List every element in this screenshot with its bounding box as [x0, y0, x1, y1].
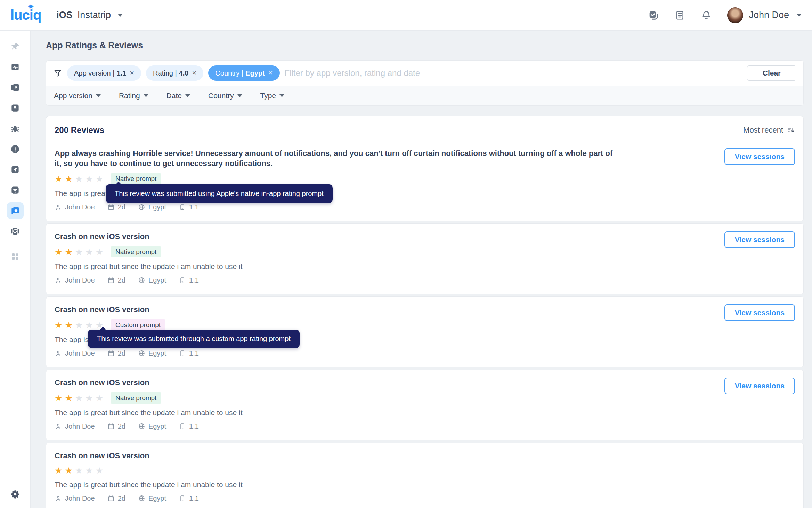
chip-remove-icon[interactable]: ×: [130, 69, 134, 77]
user-name: John Doe: [749, 10, 789, 21]
meta-country: Egypt: [138, 494, 166, 502]
sidebar-item-app-ratings[interactable]: [7, 202, 24, 219]
device-icon: [179, 423, 186, 430]
chevron-down-icon: [118, 14, 123, 17]
meta-app-version: 1.1: [179, 203, 199, 211]
sidebar-item-surveys[interactable]: [7, 161, 24, 178]
sidebar-item-bug-reports[interactable]: [7, 120, 24, 137]
brand-logo[interactable]: luciq✷: [10, 7, 41, 23]
star-filled-icon: ★: [55, 466, 62, 475]
dropdown-rating[interactable]: Rating: [119, 92, 148, 100]
meta-app-version: 1.1: [179, 422, 199, 430]
sort-label: Most recent: [743, 126, 783, 135]
meta-date: 2d: [107, 494, 125, 502]
sidebar-item-apps[interactable]: [7, 248, 24, 264]
view-sessions-button[interactable]: View sessions: [724, 231, 795, 248]
filter-dropdowns-row: App version Rating Date Country Type: [46, 86, 803, 105]
stars: ★★★★★: [55, 393, 106, 403]
sidebar-item-performance[interactable]: [7, 58, 24, 75]
filter-search-input[interactable]: [285, 68, 742, 78]
filter-chip-rating[interactable]: Rating |4.0 ×: [146, 65, 203, 81]
prompt-badge: Native prompt: [111, 246, 161, 257]
globe-icon: [138, 204, 145, 211]
star-filled-icon: ★: [55, 174, 62, 184]
sidebar-item-feature-flags[interactable]: [7, 100, 24, 116]
review-row: App always crashing Horrible service! Un…: [46, 141, 803, 221]
sidebar-item-network[interactable]: [7, 182, 24, 198]
filter-chip-app-version[interactable]: App version |1.1 ×: [67, 65, 141, 81]
view-sessions-button[interactable]: View sessions: [724, 148, 795, 165]
dropdown-label: Rating: [119, 92, 140, 100]
review-body: The app is great but since the update i …: [55, 262, 795, 271]
meta-author: John Doe: [55, 494, 95, 502]
dropdown-date[interactable]: Date: [167, 92, 190, 100]
notifications-bell-icon[interactable]: [701, 10, 712, 21]
meta-country: Egypt: [138, 422, 166, 430]
calendar-icon: [107, 277, 115, 284]
review-card: Crash on new iOS version ★★★★★ Custom pr…: [46, 296, 804, 367]
chip-remove-icon[interactable]: ×: [192, 69, 196, 77]
view-sessions-button[interactable]: View sessions: [724, 378, 795, 394]
pin-icon: [10, 42, 20, 51]
docs-icon[interactable]: [674, 10, 685, 21]
review-title: Crash on new iOS version: [55, 451, 694, 461]
network-icon: [10, 185, 20, 195]
chip-remove-icon[interactable]: ×: [268, 69, 273, 77]
calendar-icon: [107, 350, 115, 357]
sort-control[interactable]: Most recent: [743, 126, 795, 135]
filter-panel: App version |1.1 × Rating |4.0 × Country…: [46, 60, 804, 106]
calendar-icon: [107, 495, 115, 502]
star-empty-icon: ★: [85, 393, 93, 403]
user-menu[interactable]: John Doe: [727, 7, 802, 23]
review-title: Crash on new iOS version: [55, 231, 694, 241]
sidebar-item-settings[interactable]: [7, 486, 24, 502]
top-bar: luciq✷ iOS Instatrip John Doe: [0, 0, 812, 31]
review-meta: John Doe 2d Egypt 1.1: [55, 203, 795, 211]
clear-filters-button[interactable]: Clear: [747, 65, 796, 81]
star-rating: ★★★★★ Custom prompt: [55, 319, 795, 331]
dropdown-type[interactable]: Type: [260, 92, 285, 100]
star-filled-icon: ★: [55, 393, 62, 403]
prompt-badge: Native prompt: [111, 392, 161, 404]
star-filled-icon: ★: [65, 247, 72, 257]
chevron-down-icon: [237, 94, 242, 97]
review-card: Crash on new iOS version ★★★★★ Native pr…: [46, 223, 804, 294]
dropdown-app-version[interactable]: App version: [54, 92, 101, 100]
send-icon: [10, 165, 20, 174]
meta-author: John Doe: [55, 349, 95, 357]
review-body: The app is great but since the update i …: [55, 481, 795, 489]
sidebar: [0, 31, 31, 508]
sidebar-item-screens[interactable]: [7, 79, 24, 96]
sidebar-item-pin[interactable]: [7, 38, 24, 55]
review-row: Crash on new iOS version ★★★★★ Custom pr…: [46, 297, 803, 367]
reviews-count: 200 Reviews: [55, 125, 104, 135]
app-switcher[interactable]: iOS Instatrip: [56, 10, 123, 21]
sidebar-item-session-replay[interactable]: [7, 223, 24, 239]
dropdown-label: Country: [208, 92, 234, 100]
star-rating: ★★★★★ Native prompt: [55, 392, 795, 404]
user-icon: [55, 277, 62, 284]
filter-chip-country[interactable]: Country |Egypt ×: [208, 65, 279, 81]
logo-star-icon: ✷: [28, 2, 33, 11]
star-empty-icon: ★: [85, 320, 93, 330]
native-prompt-tooltip: This review was submitted using Apple's …: [106, 184, 333, 203]
review-meta: John Doe 2d Egypt 1.1: [55, 422, 795, 430]
star-empty-icon: ★: [75, 393, 83, 403]
calendar-icon: [107, 423, 115, 430]
dropdown-country[interactable]: Country: [208, 92, 242, 100]
meta-date: 2d: [107, 349, 125, 357]
sidebar-item-crashes[interactable]: [7, 141, 24, 157]
view-sessions-button[interactable]: View sessions: [724, 304, 795, 321]
stars: ★★★★★: [55, 466, 106, 476]
user-icon: [55, 495, 62, 502]
chip-separator: |: [242, 69, 243, 77]
meta-date: 2d: [107, 422, 125, 430]
crash-alert-icon: [10, 144, 20, 154]
review-meta: John Doe 2d Egypt 1.1: [55, 276, 795, 284]
app-ratings-icon: [10, 206, 20, 215]
reviews-list-header: 200 Reviews Most recent: [46, 116, 803, 141]
globe-icon: [138, 495, 145, 502]
star-empty-icon: ★: [96, 393, 103, 403]
tasks-icon[interactable]: [648, 10, 659, 21]
star-rating: ★★★★★ Native prompt: [55, 246, 795, 257]
